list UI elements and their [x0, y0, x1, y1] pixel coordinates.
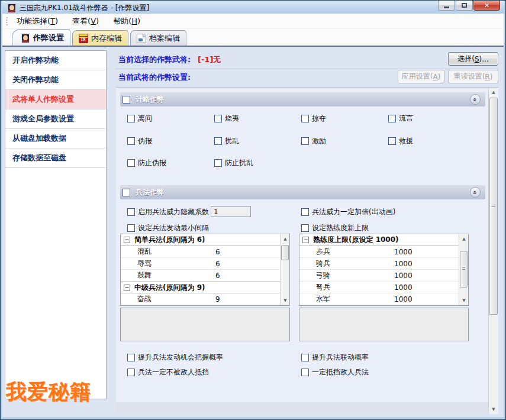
- tab-memory-edit[interactable]: IX 内存编辑: [72, 30, 128, 46]
- checkbox-weibao[interactable]: 伪报: [127, 136, 152, 146]
- checkbox-box[interactable]: [214, 115, 222, 122]
- interval-list: −简单兵法(原间隔为 6) 混乱6 辱骂6 鼓舞6 −中级兵法(原间隔为 9) …: [120, 234, 290, 306]
- checkbox-hidden-coefficient[interactable]: 启用兵法威力隐藏系数: [127, 207, 209, 217]
- checkbox-box[interactable]: [127, 159, 135, 167]
- proficiency-list-scrollbar[interactable]: ▲ ▼: [459, 234, 468, 305]
- checkbox-shaoyi[interactable]: 烧夷: [214, 114, 239, 124]
- apply-settings-button[interactable]: 应用设置(A): [398, 70, 444, 83]
- checkbox-lueduo[interactable]: 掠夺: [301, 114, 326, 124]
- collapse-minus-icon[interactable]: −: [302, 237, 309, 243]
- menu-label: 帮助(: [113, 17, 131, 25]
- checkbox-box[interactable]: [127, 137, 135, 145]
- list-item-name: 水军: [299, 294, 330, 304]
- checkbox-boost-activation-chance[interactable]: 提升兵法发动机会把握概率: [127, 353, 223, 363]
- portrait-icon: [21, 33, 30, 43]
- checkbox-double-power[interactable]: 兵法威力一定加倍(出动画): [301, 207, 395, 217]
- list-group-row[interactable]: −熟练度上限(原设定 1000): [299, 234, 459, 246]
- list-item-row[interactable]: 水军1000: [299, 293, 459, 305]
- menu-function-select[interactable]: 功能选择(T): [11, 14, 64, 28]
- tactics-group-title: 计略作弊: [136, 95, 164, 105]
- checkbox-new-proficiency-limit[interactable]: 设定熟练度新上限: [301, 223, 369, 233]
- checkbox-label: 兵法威力一定加倍(出动画): [312, 207, 395, 217]
- checkbox-box[interactable]: [301, 224, 309, 232]
- list-item-row[interactable]: 奋战9: [121, 293, 280, 305]
- panel-footer: [116, 402, 488, 414]
- sidebar-item-disable-cheat[interactable]: 关闭作弊功能: [5, 70, 106, 90]
- scroll-down-icon[interactable]: ▼: [459, 296, 469, 305]
- tab-cheat-settings[interactable]: 作弊设置: [12, 29, 70, 46]
- collapse-strategy-button[interactable]: «: [470, 187, 481, 198]
- checkbox-prevent-weibao[interactable]: 防止伪报: [127, 158, 166, 168]
- strategy-group-title: 兵法作弊: [136, 188, 164, 198]
- menu-grip-handle[interactable]: [6, 17, 8, 26]
- list-item-row[interactable]: 混乱6: [121, 246, 280, 258]
- checkbox-box[interactable]: [127, 354, 135, 361]
- checkbox-liyan[interactable]: 离间: [127, 114, 152, 124]
- collapse-tactics-button[interactable]: «: [470, 94, 481, 105]
- checkbox-box[interactable]: [301, 115, 309, 122]
- reload-settings-button[interactable]: 重读设置(R): [448, 70, 498, 83]
- checkbox-prevent-raoluan[interactable]: 防止扰乱: [214, 158, 253, 168]
- list-item-row[interactable]: 辱骂6: [121, 258, 280, 270]
- sidebar-item-load-from-disk[interactable]: 从磁盘加载数据: [5, 129, 106, 148]
- list-item-row[interactable]: 鼓舞6: [121, 270, 280, 282]
- list-item-row[interactable]: 骑兵1000: [299, 258, 459, 270]
- scrollbar-thumb[interactable]: [460, 251, 468, 287]
- scroll-down-icon[interactable]: ▼: [489, 405, 498, 414]
- checkbox-box[interactable]: [127, 208, 135, 216]
- list-item-value: 1000: [394, 272, 412, 280]
- checkbox-box[interactable]: [301, 208, 309, 216]
- menu-help[interactable]: 帮助(H): [107, 14, 146, 28]
- checkbox-box[interactable]: [127, 224, 135, 232]
- checkbox-box[interactable]: [388, 137, 396, 145]
- minimize-button[interactable]: [438, 1, 455, 11]
- tab-archive-edit[interactable]: 档案编辑: [130, 30, 186, 46]
- current-general-value: [-1]无: [198, 54, 221, 65]
- sidebar-item-save-to-disk[interactable]: 存储数据至磁盘: [5, 148, 106, 168]
- main-scrollbar[interactable]: ▲ ▼: [488, 88, 498, 414]
- checkbox-box[interactable]: [301, 137, 309, 145]
- checkbox-jili[interactable]: 激励: [301, 136, 326, 146]
- sidebar-item-enable-cheat[interactable]: 开启作弊功能: [5, 51, 106, 70]
- tactics-group-checkbox[interactable]: [123, 96, 130, 104]
- scroll-up-icon[interactable]: ▲: [281, 234, 290, 244]
- checkbox-min-interval[interactable]: 设定兵法发动最小间隔: [127, 223, 209, 233]
- scrollbar-thumb[interactable]: [489, 98, 498, 315]
- scroll-up-icon[interactable]: ▲: [489, 88, 498, 97]
- list-group-row[interactable]: −中级兵法(原间隔为 9): [121, 282, 280, 293]
- checkbox-always-block-enemy[interactable]: 一定抵挡敌人兵法: [301, 367, 369, 377]
- checkbox-raoluan[interactable]: 扰乱: [214, 136, 239, 146]
- checkbox-box[interactable]: [127, 369, 135, 376]
- sidebar-item-single-general-settings[interactable]: 武将单人作弊设置: [5, 90, 106, 109]
- maximize-button[interactable]: [456, 1, 473, 11]
- scrollbar-thumb[interactable]: [281, 245, 289, 260]
- checkbox-jiuyuan[interactable]: 救援: [388, 136, 413, 146]
- checkbox-box[interactable]: [301, 354, 309, 361]
- hidden-coefficient-input[interactable]: [211, 206, 251, 217]
- collapse-minus-icon[interactable]: −: [124, 285, 130, 291]
- list-item-row[interactable]: 步兵1000: [299, 246, 459, 258]
- list-item-row[interactable]: 弩兵1000: [299, 282, 459, 293]
- checkbox-box[interactable]: [388, 115, 396, 122]
- checkbox-label: 设定兵法发动最小间隔: [138, 223, 209, 233]
- select-general-button[interactable]: 选择(S)...: [448, 52, 498, 66]
- sidebar-item-global-params[interactable]: 游戏全局参数设置: [5, 109, 106, 129]
- interval-list-scrollbar[interactable]: ▲ ▼: [280, 234, 289, 305]
- list-group-row[interactable]: −简单兵法(原间隔为 6): [121, 234, 280, 246]
- checkbox-never-blocked[interactable]: 兵法一定不被敌人抵挡: [127, 367, 209, 377]
- collapse-minus-icon[interactable]: −: [124, 237, 130, 243]
- list-item-row[interactable]: 弓骑1000: [299, 270, 459, 282]
- checkbox-liuyan[interactable]: 流言: [388, 114, 413, 124]
- menu-view[interactable]: 查看(V): [66, 14, 105, 28]
- checkbox-boost-combo-chance[interactable]: 提升兵法联动概率: [301, 353, 369, 363]
- scroll-down-icon[interactable]: ▼: [281, 296, 290, 305]
- checkbox-box[interactable]: [214, 159, 222, 167]
- list-item-name: 奋战: [121, 294, 152, 304]
- checkbox-box[interactable]: [301, 369, 309, 376]
- close-button[interactable]: ✕: [473, 1, 500, 11]
- checkbox-box[interactable]: [214, 137, 222, 145]
- window-title: 三国志九PK1.01战斗作弊器 - [作弊设置]: [20, 3, 149, 13]
- scroll-up-icon[interactable]: ▲: [459, 234, 469, 244]
- checkbox-box[interactable]: [127, 115, 135, 122]
- strategy-group-checkbox[interactable]: [123, 189, 130, 196]
